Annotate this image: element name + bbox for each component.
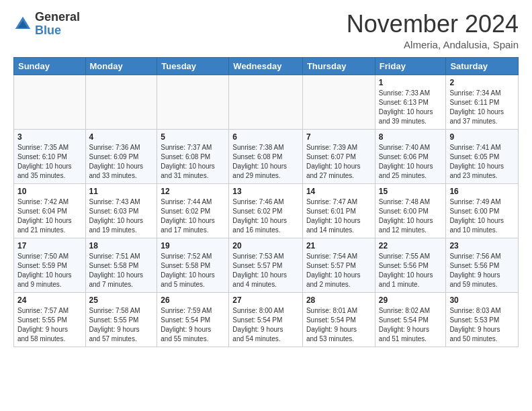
calendar-cell: 20Sunrise: 7:53 AM Sunset: 5:57 PM Dayli… — [229, 238, 303, 292]
day-number: 25 — [89, 295, 154, 305]
weekday-header-monday: Monday — [85, 57, 157, 75]
day-info: Sunrise: 7:47 AM Sunset: 6:01 PM Dayligh… — [306, 197, 371, 235]
day-number: 17 — [17, 241, 82, 250]
calendar-cell: 12Sunrise: 7:44 AM Sunset: 6:02 PM Dayli… — [157, 183, 229, 238]
day-number: 9 — [449, 132, 515, 142]
day-info: Sunrise: 7:44 AM Sunset: 6:02 PM Dayligh… — [161, 197, 225, 235]
day-number: 6 — [232, 132, 299, 142]
day-number: 30 — [449, 295, 515, 305]
calendar-cell: 21Sunrise: 7:54 AM Sunset: 5:57 PM Dayli… — [302, 238, 375, 292]
weekday-header-tuesday: Tuesday — [157, 57, 229, 75]
day-info: Sunrise: 7:46 AM Sunset: 6:02 PM Dayligh… — [232, 197, 299, 235]
calendar-cell: 5Sunrise: 7:37 AM Sunset: 6:08 PM Daylig… — [157, 129, 229, 183]
day-number: 4 — [89, 132, 154, 142]
weekday-header-row: SundayMondayTuesdayWednesdayThursdayFrid… — [14, 57, 519, 75]
calendar-cell: 17Sunrise: 7:50 AM Sunset: 5:59 PM Dayli… — [14, 238, 86, 292]
calendar-cell: 4Sunrise: 7:36 AM Sunset: 6:09 PM Daylig… — [85, 129, 157, 183]
day-info: Sunrise: 7:54 AM Sunset: 5:57 PM Dayligh… — [306, 252, 371, 289]
calendar-cell — [157, 75, 229, 129]
page: General Blue November 2024 Almeria, Anda… — [0, 0, 532, 411]
day-number: 21 — [306, 241, 371, 250]
calendar-cell: 6Sunrise: 7:38 AM Sunset: 6:08 PM Daylig… — [229, 129, 303, 183]
week-row-5: 24Sunrise: 7:57 AM Sunset: 5:55 PM Dayli… — [14, 292, 519, 347]
day-info: Sunrise: 7:38 AM Sunset: 6:08 PM Dayligh… — [232, 143, 299, 181]
calendar-cell: 11Sunrise: 7:43 AM Sunset: 6:03 PM Dayli… — [85, 183, 157, 238]
day-number: 5 — [161, 132, 225, 142]
logo: General Blue — [13, 11, 80, 38]
day-info: Sunrise: 7:57 AM Sunset: 5:55 PM Dayligh… — [17, 306, 82, 344]
calendar-cell: 9Sunrise: 7:41 AM Sunset: 6:05 PM Daylig… — [446, 129, 519, 183]
day-info: Sunrise: 7:42 AM Sunset: 6:04 PM Dayligh… — [17, 197, 82, 235]
calendar-cell: 15Sunrise: 7:48 AM Sunset: 6:00 PM Dayli… — [375, 183, 446, 238]
calendar-cell: 23Sunrise: 7:56 AM Sunset: 5:56 PM Dayli… — [446, 238, 519, 292]
calendar-cell: 24Sunrise: 7:57 AM Sunset: 5:55 PM Dayli… — [14, 292, 86, 347]
day-number: 23 — [449, 241, 515, 250]
day-number: 18 — [89, 241, 154, 250]
day-number: 2 — [449, 78, 515, 87]
day-number: 10 — [17, 187, 82, 196]
day-number: 22 — [379, 241, 443, 250]
calendar-cell: 16Sunrise: 7:49 AM Sunset: 6:00 PM Dayli… — [446, 183, 519, 238]
week-row-1: 1Sunrise: 7:33 AM Sunset: 6:13 PM Daylig… — [14, 75, 519, 129]
calendar-cell: 8Sunrise: 7:40 AM Sunset: 6:06 PM Daylig… — [375, 129, 446, 183]
calendar-cell — [229, 75, 303, 129]
calendar-cell: 30Sunrise: 8:03 AM Sunset: 5:53 PM Dayli… — [446, 292, 519, 347]
calendar-cell: 14Sunrise: 7:47 AM Sunset: 6:01 PM Dayli… — [302, 183, 375, 238]
logo-icon — [13, 15, 32, 34]
calendar-cell: 13Sunrise: 7:46 AM Sunset: 6:02 PM Dayli… — [229, 183, 303, 238]
day-number: 1 — [379, 78, 443, 87]
day-info: Sunrise: 8:02 AM Sunset: 5:54 PM Dayligh… — [379, 306, 443, 344]
calendar-cell: 27Sunrise: 8:00 AM Sunset: 5:54 PM Dayli… — [229, 292, 303, 347]
calendar-cell: 1Sunrise: 7:33 AM Sunset: 6:13 PM Daylig… — [375, 75, 446, 129]
day-info: Sunrise: 8:00 AM Sunset: 5:54 PM Dayligh… — [232, 306, 299, 344]
day-info: Sunrise: 7:59 AM Sunset: 5:54 PM Dayligh… — [161, 306, 225, 344]
weekday-header-sunday: Sunday — [14, 57, 86, 75]
weekday-header-friday: Friday — [375, 57, 446, 75]
day-info: Sunrise: 7:43 AM Sunset: 6:03 PM Dayligh… — [89, 197, 154, 235]
day-number: 29 — [379, 295, 443, 305]
week-row-4: 17Sunrise: 7:50 AM Sunset: 5:59 PM Dayli… — [14, 238, 519, 292]
day-number: 12 — [161, 187, 225, 196]
day-number: 14 — [306, 187, 371, 196]
day-info: Sunrise: 7:50 AM Sunset: 5:59 PM Dayligh… — [17, 252, 82, 289]
day-number: 26 — [161, 295, 225, 305]
day-info: Sunrise: 7:41 AM Sunset: 6:05 PM Dayligh… — [449, 143, 515, 181]
calendar-cell: 29Sunrise: 8:02 AM Sunset: 5:54 PM Dayli… — [375, 292, 446, 347]
weekday-header-wednesday: Wednesday — [229, 57, 303, 75]
calendar-cell — [302, 75, 375, 129]
day-info: Sunrise: 7:49 AM Sunset: 6:00 PM Dayligh… — [449, 197, 515, 235]
day-info: Sunrise: 7:40 AM Sunset: 6:06 PM Dayligh… — [379, 143, 443, 181]
day-info: Sunrise: 8:03 AM Sunset: 5:53 PM Dayligh… — [449, 306, 515, 344]
day-info: Sunrise: 7:39 AM Sunset: 6:07 PM Dayligh… — [306, 143, 371, 181]
calendar-cell: 10Sunrise: 7:42 AM Sunset: 6:04 PM Dayli… — [14, 183, 86, 238]
week-row-2: 3Sunrise: 7:35 AM Sunset: 6:10 PM Daylig… — [14, 129, 519, 183]
day-number: 13 — [232, 187, 299, 196]
calendar-cell: 26Sunrise: 7:59 AM Sunset: 5:54 PM Dayli… — [157, 292, 229, 347]
week-row-3: 10Sunrise: 7:42 AM Sunset: 6:04 PM Dayli… — [14, 183, 519, 238]
day-info: Sunrise: 7:53 AM Sunset: 5:57 PM Dayligh… — [232, 252, 299, 289]
month-title: November 2024 — [347, 11, 519, 38]
day-number: 15 — [379, 187, 443, 196]
day-number: 27 — [232, 295, 299, 305]
day-info: Sunrise: 7:48 AM Sunset: 6:00 PM Dayligh… — [379, 197, 443, 235]
day-number: 8 — [379, 132, 443, 142]
logo-text: General Blue — [35, 11, 80, 38]
calendar-cell: 7Sunrise: 7:39 AM Sunset: 6:07 PM Daylig… — [302, 129, 375, 183]
day-number: 20 — [232, 241, 299, 250]
calendar-cell — [14, 75, 86, 129]
day-info: Sunrise: 7:52 AM Sunset: 5:58 PM Dayligh… — [161, 252, 225, 289]
calendar-cell — [85, 75, 157, 129]
location: Almeria, Andalusia, Spain — [347, 39, 519, 50]
day-info: Sunrise: 7:35 AM Sunset: 6:10 PM Dayligh… — [17, 143, 82, 181]
day-number: 16 — [449, 187, 515, 196]
calendar-cell: 2Sunrise: 7:34 AM Sunset: 6:11 PM Daylig… — [446, 75, 519, 129]
calendar-cell: 22Sunrise: 7:55 AM Sunset: 5:56 PM Dayli… — [375, 238, 446, 292]
day-info: Sunrise: 7:33 AM Sunset: 6:13 PM Dayligh… — [379, 89, 443, 126]
day-number: 24 — [17, 295, 82, 305]
calendar-cell: 18Sunrise: 7:51 AM Sunset: 5:58 PM Dayli… — [85, 238, 157, 292]
calendar-cell: 19Sunrise: 7:52 AM Sunset: 5:58 PM Dayli… — [157, 238, 229, 292]
day-info: Sunrise: 7:36 AM Sunset: 6:09 PM Dayligh… — [89, 143, 154, 181]
calendar-cell: 28Sunrise: 8:01 AM Sunset: 5:54 PM Dayli… — [302, 292, 375, 347]
calendar: SundayMondayTuesdayWednesdayThursdayFrid… — [13, 57, 519, 347]
calendar-cell: 25Sunrise: 7:58 AM Sunset: 5:55 PM Dayli… — [85, 292, 157, 347]
